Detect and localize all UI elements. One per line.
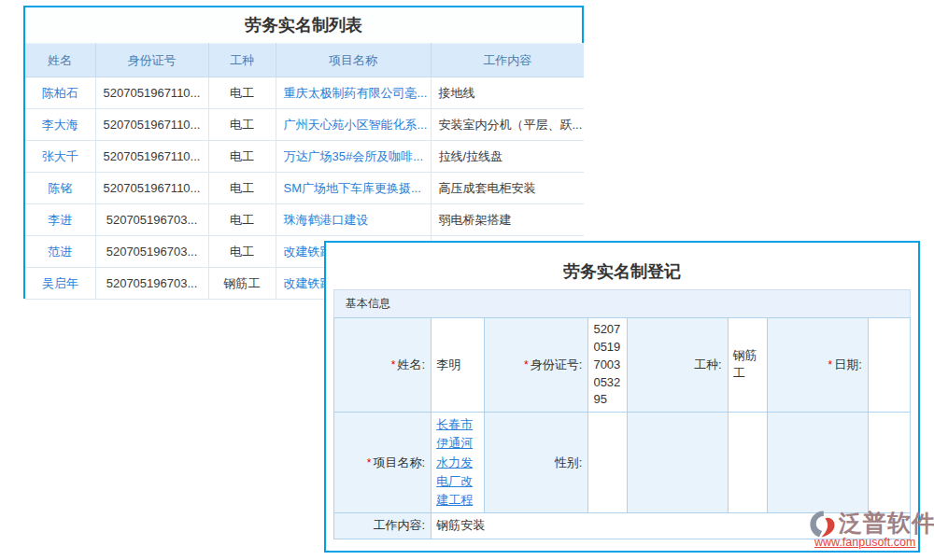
worker-id-cell: 5207051967110... [95, 109, 208, 141]
work-content-cell: 弱电桥架搭建 [431, 204, 584, 236]
form-row-1: *姓名: 李明 *身份证号: 520705197003053295 工种: 钢筋… [334, 318, 911, 413]
table-row: 李大海 5207051967110... 电工 广州天心苑小区智能化系... 安… [25, 109, 584, 141]
worker-id-cell: 520705196703... [95, 236, 208, 268]
column-header-id: 身份证号 [95, 44, 208, 77]
required-marker: * [391, 358, 396, 371]
empty-value-cell [868, 413, 910, 513]
watermark-url[interactable]: www.fanpusoft.com [807, 536, 934, 549]
project-link[interactable]: 重庆太极制药有限公司毫... [276, 77, 431, 109]
project-name-label: *项目名称: [334, 413, 432, 513]
worker-id-cell: 5207051967110... [95, 173, 208, 204]
worker-trade-cell: 电工 [208, 236, 276, 268]
id-number-field[interactable]: 520705197003053295 [588, 318, 628, 413]
work-content-cell: 高压成套电柜安装 [431, 173, 584, 204]
table-row: 李进 520705196703... 电工 珠海鹤港口建设 弱电桥架搭建 [25, 204, 584, 236]
name-label: *姓名: [334, 318, 432, 413]
worker-name-link[interactable]: 李大海 [25, 109, 95, 141]
required-marker: * [367, 456, 372, 469]
registration-form-table: *姓名: 李明 *身份证号: 520705197003053295 工种: 钢筋… [333, 317, 911, 539]
worker-trade-cell: 钢筋工 [208, 268, 276, 300]
project-name-field[interactable]: 长春市伊通河水力发电厂改建工程 [432, 413, 485, 513]
project-link[interactable]: SM广场地下车库更换摄... [276, 173, 431, 204]
labor-registration-dialog: 劳务实名制登记 基本信息 *姓名: 李明 *身份证号: 520705197003… [324, 241, 920, 553]
section-header-basic-info: 基本信息 [333, 289, 911, 317]
worker-trade-cell: 电工 [208, 77, 276, 109]
trade-label: 工种: [628, 318, 728, 413]
trade-field[interactable]: 钢筋工 [728, 318, 767, 413]
worker-name-link[interactable]: 范进 [25, 236, 95, 268]
worker-name-link[interactable]: 张大千 [25, 141, 95, 173]
table-row: 陈铭 5207051967110... 电工 SM广场地下车库更换摄... 高压… [25, 173, 584, 204]
column-header-work: 工作内容 [431, 44, 584, 77]
worker-name-link[interactable]: 吴启年 [25, 268, 95, 300]
worker-trade-cell: 电工 [208, 173, 276, 204]
worker-id-cell: 520705196703... [95, 204, 208, 236]
work-content-label: 工作内容: [334, 512, 432, 539]
watermark-brand-text: 泛普软件 [839, 508, 934, 539]
table-row: 陈柏石 5207051967110... 电工 重庆太极制药有限公司毫... 接… [25, 77, 584, 109]
column-header-project: 项目名称 [276, 44, 431, 77]
work-content-cell: 接地线 [431, 77, 584, 109]
column-header-trade: 工种 [208, 44, 276, 77]
vendor-watermark: 泛普软件 www.fanpusoft.com [807, 508, 934, 549]
gender-field[interactable] [588, 413, 628, 513]
work-content-cell: 安装室内分机（平层、跃... [431, 109, 584, 141]
form-row-2: *项目名称: 长春市伊通河水力发电厂改建工程 性别: [334, 413, 911, 513]
worker-name-link[interactable]: 陈柏石 [25, 77, 95, 109]
worker-id-cell: 5207051967110... [95, 141, 208, 173]
worker-name-link[interactable]: 李进 [25, 204, 95, 236]
fanpu-logo-icon [807, 509, 839, 539]
required-marker: * [828, 358, 833, 371]
work-content-cell: 拉线/拉线盘 [431, 141, 584, 173]
column-header-name: 姓名 [25, 44, 95, 77]
project-name-link[interactable]: 长春市伊通河水力发电厂改建工程 [436, 417, 473, 507]
empty-value-cell [728, 413, 767, 513]
worker-id-cell: 520705196703... [95, 268, 208, 300]
form-title: 劳务实名制登记 [326, 256, 918, 287]
empty-label-cell [767, 413, 868, 513]
project-link[interactable]: 珠海鹤港口建设 [276, 204, 431, 236]
name-field[interactable]: 李明 [432, 318, 485, 413]
date-label: *日期: [767, 318, 868, 413]
worker-trade-cell: 电工 [208, 141, 276, 173]
list-panel-title: 劳务实名制列表 [25, 7, 582, 43]
worker-trade-cell: 电工 [208, 204, 276, 236]
date-field[interactable] [868, 318, 910, 413]
table-header-row: 姓名 身份证号 工种 项目名称 工作内容 [25, 44, 584, 77]
worker-id-cell: 5207051967110... [95, 77, 208, 109]
gender-label: 性别: [485, 413, 588, 513]
table-row: 张大千 5207051967110... 电工 万达广场35#会所及咖啡... … [25, 141, 584, 173]
required-marker: * [524, 358, 529, 371]
empty-label-cell [628, 413, 728, 513]
project-link[interactable]: 万达广场35#会所及咖啡... [276, 141, 431, 173]
worker-trade-cell: 电工 [208, 109, 276, 141]
worker-name-link[interactable]: 陈铭 [25, 173, 95, 204]
id-number-label: *身份证号: [485, 318, 588, 413]
project-link[interactable]: 广州天心苑小区智能化系... [276, 109, 431, 141]
